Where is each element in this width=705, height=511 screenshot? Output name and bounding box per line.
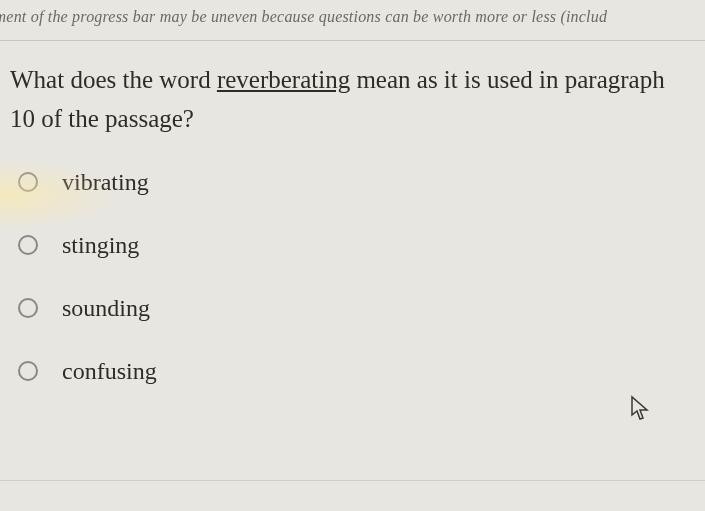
option-stinging[interactable]: stinging: [18, 232, 695, 259]
option-label: confusing: [62, 358, 157, 385]
option-confusing[interactable]: confusing: [18, 358, 695, 385]
question-text: What does the word reverberating mean as…: [10, 61, 695, 139]
question-keyword: reverberating: [217, 66, 350, 93]
option-label: sounding: [62, 295, 150, 322]
question-line2: 10 of the passage?: [10, 105, 194, 132]
radio-icon[interactable]: [18, 172, 38, 192]
radio-icon[interactable]: [18, 235, 38, 255]
option-label: stinging: [62, 232, 139, 259]
option-label: vibrating: [62, 169, 149, 196]
divider: [0, 480, 705, 481]
options-list: vibrating stinging sounding confusing: [10, 169, 695, 385]
question-area: What does the word reverberating mean as…: [0, 41, 705, 431]
radio-icon[interactable]: [18, 361, 38, 381]
option-sounding[interactable]: sounding: [18, 295, 695, 322]
progress-hint-text: vement of the progress bar may be uneven…: [0, 0, 705, 41]
radio-icon[interactable]: [18, 298, 38, 318]
option-vibrating[interactable]: vibrating: [18, 169, 695, 196]
question-part1: What does the word: [10, 66, 217, 93]
question-part2: mean as it is used in paragraph: [350, 66, 665, 93]
